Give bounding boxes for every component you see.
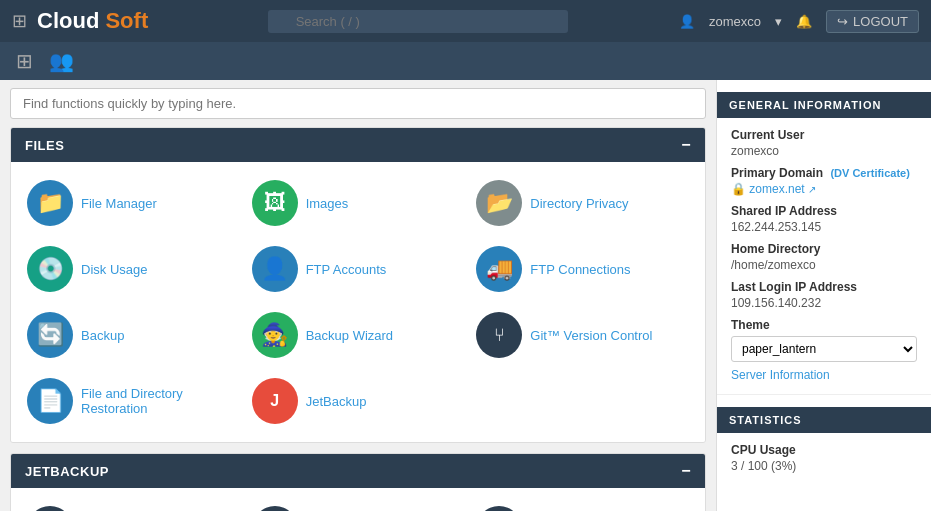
- logo-orange: Soft: [105, 8, 148, 33]
- images-icon: 🖼: [252, 180, 298, 226]
- header-search-input[interactable]: [268, 10, 568, 33]
- list-item[interactable]: 🚚 FTP Connections: [470, 242, 695, 296]
- sidebar: GENERAL INFORMATION Current User zomexco…: [716, 80, 931, 511]
- logout-icon: ↪: [837, 14, 848, 29]
- current-user-label: Current User: [731, 128, 917, 142]
- dv-cert-link[interactable]: DV Certificate: [834, 167, 906, 179]
- cpu-usage-label: CPU Usage: [731, 443, 917, 457]
- list-item[interactable]: 📁 File Manager: [21, 176, 246, 230]
- main-layout: FILES − 📁 File Manager 🖼 Images 📂 Direct…: [0, 80, 931, 511]
- disk-usage-icon: 💿: [27, 246, 73, 292]
- file-directory-restoration-icon: 📄: [27, 378, 73, 424]
- jetbackup-section: JETBACKUP − ! Full Account Backups 📁 !: [10, 453, 706, 511]
- main-search-row: [0, 80, 716, 127]
- jetbackup-section-header: JETBACKUP −: [11, 454, 705, 488]
- general-info-section: GENERAL INFORMATION Current User zomexco…: [717, 80, 931, 395]
- git-version-control-icon: ⑂: [476, 312, 522, 358]
- ftp-accounts-label[interactable]: FTP Accounts: [306, 262, 387, 277]
- home-dir-value: /home/zomexco: [731, 258, 917, 272]
- last-login-value: 109.156.140.232: [731, 296, 917, 310]
- server-info-link[interactable]: Server Information: [731, 368, 917, 382]
- files-collapse-icon[interactable]: −: [681, 136, 691, 154]
- list-item[interactable]: 🔄 Backup: [21, 308, 246, 362]
- jetbackup-section-body: ! Full Account Backups 📁 ! File Backups …: [11, 488, 705, 511]
- statistics-section: STATISTICS CPU Usage 3 / 100 (3%): [717, 395, 931, 485]
- domain-link[interactable]: zomex.net: [749, 182, 804, 196]
- files-section-title: FILES: [25, 138, 64, 153]
- backup-wizard-label[interactable]: Backup Wizard: [306, 328, 393, 343]
- list-item[interactable]: 🖼 Images: [246, 176, 471, 230]
- list-item[interactable]: 💿 Disk Usage: [21, 242, 246, 296]
- backup-wizard-icon: 🧙: [252, 312, 298, 358]
- domain-link-value: 🔒 zomex.net ↗: [731, 182, 917, 196]
- ftp-connections-icon: 🚚: [476, 246, 522, 292]
- current-user-value: zomexco: [731, 144, 917, 158]
- backup-icon: 🔄: [27, 312, 73, 358]
- cpu-usage-value: 3 / 100 (3%): [731, 459, 917, 473]
- list-item[interactable]: 📂 Directory Privacy: [470, 176, 695, 230]
- logout-button[interactable]: ↪ LOGOUT: [826, 10, 919, 33]
- ftp-accounts-icon: 👤: [252, 246, 298, 292]
- jetbackup-icon: J: [252, 378, 298, 424]
- header: ⊞ Cloud Soft 🔍 👤 zomexco ▾ 🔔 ↪ LOGOUT: [0, 0, 931, 42]
- general-info-title: GENERAL INFORMATION: [717, 92, 931, 118]
- jetbackup-section-title: JETBACKUP: [25, 464, 109, 479]
- list-item[interactable]: ! Full Account Backups: [21, 502, 246, 511]
- list-item[interactable]: ⑂ Git™ Version Control: [470, 308, 695, 362]
- jetbackup-collapse-icon[interactable]: −: [681, 462, 691, 480]
- theme-select[interactable]: paper_lantern: [731, 336, 917, 362]
- file-directory-restoration-label[interactable]: File and Directory Restoration: [81, 386, 240, 416]
- external-link-icon: ↗: [808, 184, 816, 195]
- file-manager-label[interactable]: File Manager: [81, 196, 157, 211]
- logo: Cloud Soft: [37, 8, 148, 34]
- header-right-actions: 👤 zomexco ▾ 🔔 ↪ LOGOUT: [679, 10, 919, 33]
- files-section-header: FILES −: [11, 128, 705, 162]
- statistics-title: STATISTICS: [717, 407, 931, 433]
- directory-privacy-label[interactable]: Directory Privacy: [530, 196, 628, 211]
- list-item[interactable]: ✉ Cron Job Backups: [470, 502, 695, 511]
- images-label[interactable]: Images: [306, 196, 349, 211]
- logout-label: LOGOUT: [853, 14, 908, 29]
- header-search-wrap: 🔍: [268, 10, 568, 33]
- bell-icon[interactable]: 🔔: [796, 14, 812, 29]
- git-version-control-label[interactable]: Git™ Version Control: [530, 328, 652, 343]
- jetbackup-label[interactable]: JetBackup: [306, 394, 367, 409]
- list-item[interactable]: 👤 FTP Accounts: [246, 242, 471, 296]
- list-item[interactable]: 🧙 Backup Wizard: [246, 308, 471, 362]
- shared-ip-label: Shared IP Address: [731, 204, 917, 218]
- files-section-body: 📁 File Manager 🖼 Images 📂 Directory Priv…: [11, 162, 705, 442]
- apps-icon[interactable]: ⊞: [10, 43, 39, 79]
- file-backups-icon: 📁 !: [252, 506, 298, 511]
- chevron-down-icon: ▾: [775, 14, 782, 29]
- shared-ip-value: 162.244.253.145: [731, 220, 917, 234]
- users-icon[interactable]: 👥: [43, 43, 80, 79]
- primary-domain-label: Primary Domain (DV Certificate): [731, 166, 917, 180]
- main-content: FILES − 📁 File Manager 🖼 Images 📂 Direct…: [0, 80, 716, 511]
- files-section: FILES − 📁 File Manager 🖼 Images 📂 Direct…: [10, 127, 706, 443]
- backup-label[interactable]: Backup: [81, 328, 124, 343]
- username-label[interactable]: zomexco: [709, 14, 761, 29]
- full-account-backups-icon: !: [27, 506, 73, 511]
- list-item[interactable]: J JetBackup: [246, 374, 471, 428]
- logo-white: Cloud: [37, 8, 105, 33]
- cron-job-backups-icon: ✉: [476, 506, 522, 511]
- last-login-label: Last Login IP Address: [731, 280, 917, 294]
- lock-icon: 🔒: [731, 182, 746, 196]
- user-icon: 👤: [679, 14, 695, 29]
- nav-row: ⊞ 👥: [0, 42, 931, 80]
- disk-usage-label[interactable]: Disk Usage: [81, 262, 147, 277]
- list-item[interactable]: 📄 File and Directory Restoration: [21, 374, 246, 428]
- ftp-connections-label[interactable]: FTP Connections: [530, 262, 630, 277]
- list-item[interactable]: 📁 ! File Backups: [246, 502, 471, 511]
- directory-privacy-icon: 📂: [476, 180, 522, 226]
- theme-label: Theme: [731, 318, 917, 332]
- file-manager-icon: 📁: [27, 180, 73, 226]
- grid-menu-icon[interactable]: ⊞: [12, 10, 27, 32]
- home-dir-label: Home Directory: [731, 242, 917, 256]
- main-search-input[interactable]: [10, 88, 706, 119]
